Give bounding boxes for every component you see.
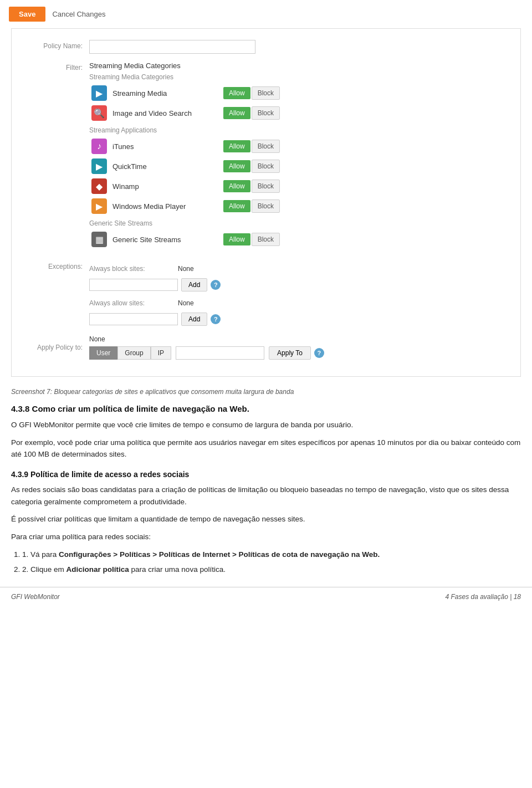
group-tab-button[interactable]: Group	[117, 346, 150, 360]
para4: Para criar uma política para redes socia…	[11, 531, 521, 543]
screenshot-caption: Screenshot 7: Bloquear categorias de sit…	[11, 388, 521, 396]
always-allow-value: None	[178, 299, 194, 307]
apply-to-button[interactable]: Apply To	[269, 346, 311, 360]
step2-suffix: para criar uma nova política.	[129, 565, 226, 574]
exceptions-label: Exceptions:	[28, 260, 89, 270]
streaming-media-row: ▶ Streaming Media Allow Block	[89, 85, 504, 101]
filter-row: Filter: Streaming Media Categories Strea…	[28, 62, 504, 253]
apply-buttons-row: User Group IP Apply To ?	[89, 346, 324, 360]
apply-none-value: None	[89, 335, 105, 343]
user-tab-button[interactable]: User	[89, 346, 117, 360]
image-video-search-row: 🔍 Image and Video Search Allow Block	[89, 105, 504, 121]
steps-list: 1. Vá para Configurações > Políticas > P…	[22, 549, 521, 576]
para3: É possível criar políticas que limitam a…	[11, 513, 521, 525]
footer-page-info: 4 Fases da avaliação | 18	[445, 593, 521, 601]
wmp-block-button[interactable]: Block	[252, 199, 280, 213]
itunes-block-button[interactable]: Block	[252, 140, 280, 153]
always-block-add-button[interactable]: Add	[181, 278, 207, 291]
wmp-icon: ▶	[91, 198, 107, 214]
generic-streams-icon: ▦	[91, 232, 107, 247]
cancel-changes-button[interactable]: Cancel Changes	[52, 10, 105, 18]
policy-name-content	[89, 40, 504, 54]
policy-name-row: Policy Name:	[28, 40, 504, 54]
streaming-media-icon: ▶	[91, 85, 107, 101]
quicktime-name: QuickTime	[112, 162, 223, 171]
filter-label: Filter:	[28, 62, 89, 71]
apply-policy-input[interactable]	[176, 346, 264, 360]
apply-policy-label: Apply Policy to:	[28, 344, 89, 351]
winamp-row: ◆ Winamp Allow Block	[89, 178, 504, 194]
streaming-apps-section-header: Streaming Applications ♪ iTunes Allow Bl…	[89, 126, 504, 214]
filter-value: Streaming Media Categories	[89, 62, 181, 70]
itunes-name: iTunes	[112, 142, 223, 151]
always-block-input-row: Add ?	[89, 278, 504, 291]
itunes-allow-button[interactable]: Allow	[223, 140, 250, 152]
streaming-apps-label: Streaming Applications	[89, 126, 504, 134]
always-allow-row: Always allow sites: None	[89, 299, 504, 307]
always-block-input[interactable]	[89, 279, 178, 291]
apply-policy-row: Apply Policy to: None User Group IP Appl…	[28, 335, 504, 360]
always-block-label: Always block sites:	[89, 265, 178, 273]
policy-name-label: Policy Name:	[28, 40, 89, 50]
winamp-icon: ◆	[91, 178, 107, 194]
step1-prefix: 1. Vá para	[22, 550, 59, 559]
always-block-help-icon[interactable]: ?	[211, 280, 221, 290]
image-video-search-icon: 🔍	[91, 105, 107, 121]
wmp-allow-button[interactable]: Allow	[223, 200, 250, 212]
quicktime-row: ▶ QuickTime Allow Block	[89, 158, 504, 174]
always-allow-input-row: Add ?	[89, 313, 504, 326]
apply-policy-content: None User Group IP Apply To ?	[89, 335, 324, 360]
step1-bold: Configurações > Políticas > Políticas de…	[59, 550, 380, 559]
always-allow-add-button[interactable]: Add	[181, 313, 207, 326]
section-heading: 4.3.8 Como criar um política de limite d…	[11, 402, 521, 416]
wmp-name: Windows Media Player	[112, 202, 223, 211]
streaming-media-section-header: Streaming Media Categories ▶ Streaming M…	[89, 73, 504, 121]
page-footer: GFI WebMonitor 4 Fases da avaliação | 18	[0, 587, 532, 606]
image-video-search-block-button[interactable]: Block	[252, 106, 280, 120]
always-allow-label: Always allow sites:	[89, 299, 178, 307]
step2-bold: Adicionar política	[66, 565, 129, 574]
section-number: 4.3.8	[11, 404, 29, 413]
streaming-media-name: Streaming Media	[112, 89, 223, 98]
policy-name-input[interactable]	[89, 40, 255, 54]
step2-prefix: 2. Clique em	[22, 565, 66, 574]
save-button[interactable]: Save	[9, 7, 45, 22]
generic-streams-block-button[interactable]: Block	[252, 233, 280, 246]
itunes-icon: ♪	[91, 139, 107, 154]
main-panel: Policy Name: Filter: Streaming Media Cat…	[11, 28, 521, 377]
footer-brand: GFI WebMonitor	[11, 593, 60, 601]
quicktime-block-button[interactable]: Block	[252, 160, 280, 173]
para1: Por exemplo, você pode criar uma polític…	[11, 437, 521, 460]
always-block-value: None	[178, 265, 194, 273]
always-block-row: Always block sites: None	[89, 265, 504, 273]
exceptions-row: Exceptions: Always block sites: None Add…	[28, 260, 504, 326]
winamp-allow-button[interactable]: Allow	[223, 180, 250, 192]
quicktime-allow-button[interactable]: Allow	[223, 160, 250, 172]
always-allow-input[interactable]	[89, 313, 178, 325]
body-text: 4.3.8 Como criar um política de limite d…	[11, 402, 521, 576]
streaming-media-allow-button[interactable]: Allow	[223, 87, 250, 99]
streaming-media-label: Streaming Media Categories	[89, 73, 504, 81]
always-allow-help-icon[interactable]: ?	[211, 314, 221, 324]
apply-policy-help-icon[interactable]: ?	[314, 348, 324, 358]
toolbar: Save Cancel Changes	[0, 0, 532, 28]
subsection-number: 4.3.9	[11, 470, 28, 479]
image-video-search-name: Image and Video Search	[112, 109, 223, 117]
generic-streams-allow-button[interactable]: Allow	[223, 233, 250, 245]
generic-streams-label: Generic Site Streams	[89, 219, 504, 227]
para2: As redes sociais são boas candidatas par…	[11, 484, 521, 508]
generic-streams-row: ▦ Generic Site Streams Allow Block	[89, 232, 504, 247]
subsection-heading: 4.3.9 Política de limite de acesso a red…	[11, 468, 521, 480]
filter-content: Streaming Media Categories Streaming Med…	[89, 62, 504, 253]
step-1: 1. Vá para Configurações > Políticas > P…	[22, 549, 521, 561]
streaming-media-block-button[interactable]: Block	[252, 86, 280, 100]
image-video-search-allow-button[interactable]: Allow	[223, 107, 250, 119]
step-2: 2. Clique em Adicionar política para cri…	[22, 564, 521, 576]
ip-tab-button[interactable]: IP	[151, 346, 171, 360]
intro-paragraph: O GFI WebMonitor permite que você crie l…	[11, 419, 521, 431]
exceptions-content: Always block sites: None Add ? Always al…	[89, 265, 504, 326]
winamp-block-button[interactable]: Block	[252, 180, 280, 193]
generic-streams-section-header: Generic Site Streams ▦ Generic Site Stre…	[89, 219, 504, 247]
wmp-row: ▶ Windows Media Player Allow Block	[89, 198, 504, 214]
generic-streams-name: Generic Site Streams	[112, 236, 223, 244]
